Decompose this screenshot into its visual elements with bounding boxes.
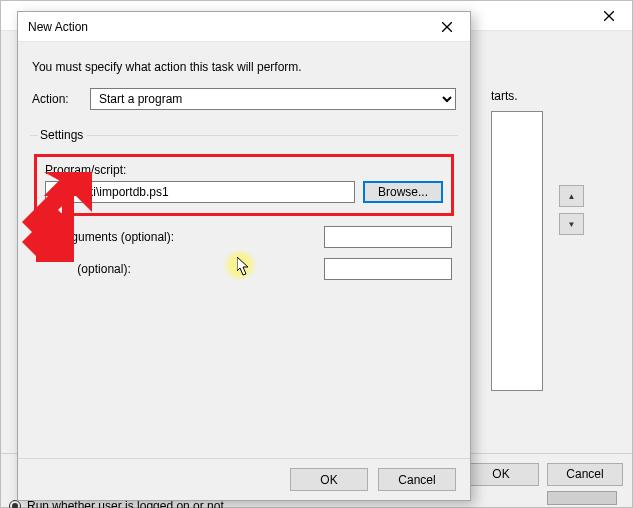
highlight-annotation: Program/script: Browse... <box>34 154 454 216</box>
radio-icon <box>9 500 21 508</box>
parent-cancel-button[interactable]: Cancel <box>547 463 623 486</box>
new-action-dialog: New Action You must specify what action … <box>17 11 471 501</box>
dialog-close-button[interactable] <box>424 12 470 42</box>
start-in-label: Start in (optional): <box>36 262 131 276</box>
add-arguments-label: Add arguments (optional): <box>36 230 174 244</box>
program-script-label: Program/script: <box>45 163 443 177</box>
cancel-button[interactable]: Cancel <box>378 468 456 491</box>
action-label: Action: <box>32 92 90 106</box>
add-arguments-input[interactable] <box>324 226 452 248</box>
close-icon <box>604 11 614 21</box>
parent-close-button[interactable] <box>586 1 632 31</box>
close-icon <box>442 22 452 32</box>
ok-button[interactable]: OK <box>290 468 368 491</box>
start-in-input[interactable] <box>324 258 452 280</box>
settings-group: Settings Program/script: Browse... Add a… <box>30 128 458 280</box>
parent-text-fragment: tarts. <box>491 89 518 103</box>
program-script-input[interactable] <box>45 181 355 203</box>
browse-button[interactable]: Browse... <box>363 181 443 203</box>
dialog-button-bar: OK Cancel <box>18 458 470 500</box>
parent-move-up-button[interactable]: ▲ <box>559 185 584 207</box>
instruction-text: You must specify what action this task w… <box>32 60 456 74</box>
settings-legend: Settings <box>38 128 87 142</box>
parent-listbox[interactable] <box>491 111 543 391</box>
dialog-titlebar[interactable]: New Action <box>18 12 470 42</box>
dialog-title: New Action <box>28 20 88 34</box>
action-select[interactable]: Start a program <box>90 88 456 110</box>
parent-ok-button[interactable]: OK <box>463 463 539 486</box>
dialog-content: You must specify what action this task w… <box>28 54 460 454</box>
parent-move-down-button[interactable]: ▼ <box>559 213 584 235</box>
parent-scrollbar-thumb[interactable] <box>547 491 617 505</box>
